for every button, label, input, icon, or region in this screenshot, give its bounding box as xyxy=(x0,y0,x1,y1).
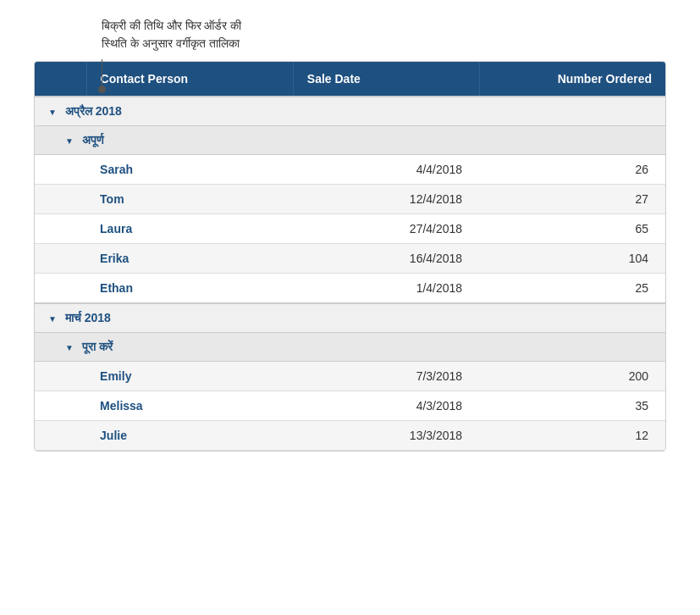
table-row: Julie 13/3/2018 12 xyxy=(35,421,665,451)
header-contact-person: Contact Person xyxy=(86,62,293,97)
header-sale-date: Sale Date xyxy=(293,62,479,97)
number-ordered-cell: 200 xyxy=(479,362,665,391)
subgroup-label: पूरा करें xyxy=(82,340,113,353)
number-ordered-cell: 65 xyxy=(479,214,665,244)
header-number-ordered: Number Ordered xyxy=(479,62,665,97)
group-row-april2018[interactable]: ▼ अप्रैल 2018 xyxy=(35,97,665,126)
group-label: अप्रैल 2018 xyxy=(65,104,122,118)
subgroup-row-complete[interactable]: ▼ पूरा करें xyxy=(35,333,665,362)
annotation-line-connector xyxy=(102,59,102,93)
number-ordered-cell: 12 xyxy=(479,421,665,451)
sale-date-cell: 16/4/2018 xyxy=(293,244,479,274)
annotation-container: बिक्री की तिथि और फिर ऑर्डर की स्थिति के… xyxy=(17,17,683,53)
annotation-text: बिक्री की तिथि और फिर ऑर्डर की स्थिति के… xyxy=(102,17,683,53)
row-icon-cell xyxy=(35,155,86,185)
number-ordered-cell: 25 xyxy=(479,274,665,304)
sale-date-cell: 4/3/2018 xyxy=(293,391,479,421)
row-icon-cell xyxy=(35,274,86,304)
row-icon-cell xyxy=(35,214,86,244)
subgroup-collapse-icon: ▼ xyxy=(65,343,74,352)
sale-date-cell: 13/3/2018 xyxy=(293,421,479,451)
row-icon-cell xyxy=(35,362,86,391)
number-ordered-cell: 35 xyxy=(479,391,665,421)
sale-date-cell: 7/3/2018 xyxy=(293,362,479,391)
contact-name-cell: Julie xyxy=(86,421,293,451)
table-row: Laura 27/4/2018 65 xyxy=(35,214,665,244)
row-icon-cell xyxy=(35,185,86,214)
number-ordered-cell: 104 xyxy=(479,244,665,274)
contact-name-cell: Ethan xyxy=(86,274,293,304)
contact-name-cell: Tom xyxy=(86,185,293,214)
table-row: Ethan 1/4/2018 25 xyxy=(35,274,665,304)
sale-date-cell: 4/4/2018 xyxy=(293,155,479,185)
row-icon-cell xyxy=(35,391,86,421)
table-row: Melissa 4/3/2018 35 xyxy=(35,391,665,421)
table-row: Erika 16/4/2018 104 xyxy=(35,244,665,274)
row-icon-cell xyxy=(35,244,86,274)
main-table-wrapper: Contact Person Sale Date Number Ordered … xyxy=(34,61,666,452)
contact-name-cell: Erika xyxy=(86,244,293,274)
subgroup-label: अपूर्ण xyxy=(82,133,104,147)
group-label: मार्च 2018 xyxy=(65,311,111,324)
row-icon-cell xyxy=(35,421,86,451)
sale-date-cell: 27/4/2018 xyxy=(293,214,479,244)
collapse-icon: ▼ xyxy=(48,108,57,117)
group-row-march2018[interactable]: ▼ मार्च 2018 xyxy=(35,303,665,333)
subgroup-collapse-icon: ▼ xyxy=(65,136,74,146)
table-header-row: Contact Person Sale Date Number Ordered xyxy=(35,62,665,97)
contact-name-cell: Laura xyxy=(86,214,293,244)
table-row: Tom 12/4/2018 27 xyxy=(35,185,665,214)
sale-date-cell: 12/4/2018 xyxy=(293,185,479,214)
sale-date-cell: 1/4/2018 xyxy=(293,274,479,304)
annotation-line2: स्थिति के अनुसार वर्गीकृत तालिका xyxy=(102,36,240,50)
collapse-icon: ▼ xyxy=(48,314,57,324)
table-row: Sarah 4/4/2018 26 xyxy=(35,155,665,185)
number-ordered-cell: 26 xyxy=(479,155,665,185)
subgroup-row-incomplete[interactable]: ▼ अपूर्ण xyxy=(35,126,665,155)
contact-name-cell: Emily xyxy=(86,362,293,391)
contact-name-cell: Sarah xyxy=(86,155,293,185)
number-ordered-cell: 27 xyxy=(479,185,665,214)
table-row: Emily 7/3/2018 200 xyxy=(35,362,665,391)
annotation-line1: बिक्री की तिथि और फिर ऑर्डर की xyxy=(102,19,241,32)
contact-name-cell: Melissa xyxy=(86,391,293,421)
data-table: Contact Person Sale Date Number Ordered … xyxy=(35,62,665,451)
header-icon-col xyxy=(35,62,86,97)
